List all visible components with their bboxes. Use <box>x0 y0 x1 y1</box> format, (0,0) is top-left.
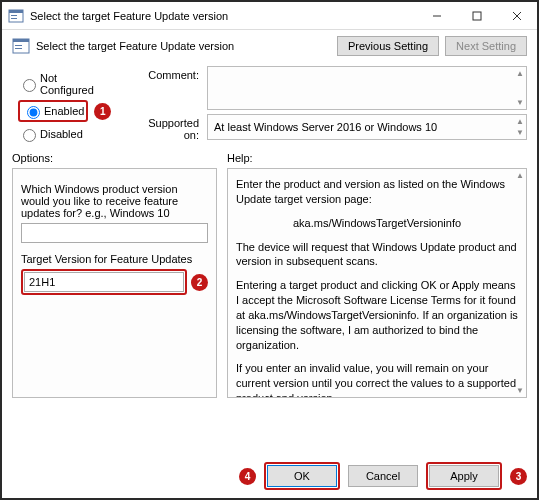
svg-rect-9 <box>13 39 29 42</box>
highlight-3: Apply <box>426 462 502 490</box>
help-text: Enter the product and version as listed … <box>236 177 518 207</box>
chevron-down-icon[interactable]: ▼ <box>516 128 524 137</box>
help-panel: Enter the product and version as listed … <box>227 168 527 398</box>
help-text: Entering a target product and clicking O… <box>236 278 518 352</box>
highlight-4: OK <box>264 462 340 490</box>
highlight-2 <box>21 269 187 295</box>
window-title: Select the target Feature Update version <box>30 10 417 22</box>
header: Select the target Feature Update version… <box>2 30 537 62</box>
columns: Options: Which Windows product version w… <box>2 152 537 398</box>
product-version-input[interactable] <box>21 223 208 243</box>
chevron-up-icon[interactable]: ▲ <box>516 117 524 126</box>
cancel-button[interactable]: Cancel <box>348 465 418 487</box>
apply-button[interactable]: Apply <box>429 465 499 487</box>
nav-buttons: Previous Setting Next Setting <box>337 36 527 56</box>
annotation-badge-1: 1 <box>94 103 111 120</box>
previous-setting-button[interactable]: Previous Setting <box>337 36 439 56</box>
next-setting-button[interactable]: Next Setting <box>445 36 527 56</box>
options-panel: Which Windows product version would you … <box>12 168 217 398</box>
chevron-up-icon[interactable]: ▲ <box>516 69 524 78</box>
radio-not-configured[interactable]: Not Configured <box>18 72 112 96</box>
state-radios: Not Configured Enabled 1 Disabled <box>2 62 112 152</box>
annotation-badge-3: 3 <box>510 468 527 485</box>
svg-rect-2 <box>11 15 17 16</box>
comment-textarea[interactable]: ▲ ▼ <box>207 66 527 110</box>
options-column: Options: Which Windows product version w… <box>12 152 217 398</box>
ok-button[interactable]: OK <box>267 465 337 487</box>
svg-rect-3 <box>11 18 17 19</box>
options-label: Options: <box>12 152 217 164</box>
help-text: If you enter an invalid value, you will … <box>236 361 518 398</box>
annotation-badge-4: 4 <box>239 468 256 485</box>
supported-value: At least Windows Server 2016 or Windows … <box>214 121 437 133</box>
dialog-window: Select the target Feature Update version… <box>0 0 539 500</box>
svg-rect-10 <box>15 45 22 46</box>
dialog-buttons: 4 OK Cancel Apply 3 <box>239 462 527 490</box>
annotation-badge-2: 2 <box>191 274 208 291</box>
supported-label: Supported on: <box>132 114 207 141</box>
radio-label: Disabled <box>40 128 83 140</box>
svg-rect-11 <box>15 48 22 49</box>
comment-label: Comment: <box>132 66 207 110</box>
option-question-2: Target Version for Feature Updates <box>21 253 208 265</box>
radio-label: Enabled <box>44 105 84 117</box>
supported-box: At least Windows Server 2016 or Windows … <box>207 114 527 140</box>
help-label: Help: <box>227 152 527 164</box>
minimize-button[interactable] <box>417 2 457 30</box>
header-title: Select the target Feature Update version <box>36 40 337 52</box>
help-text: The device will request that Windows Upd… <box>236 240 518 270</box>
titlebar: Select the target Feature Update version <box>2 2 537 30</box>
help-link: aka.ms/WindowsTargetVersioninfo <box>236 216 518 231</box>
target-version-input[interactable] <box>24 272 184 292</box>
radio-disabled[interactable]: Disabled <box>18 126 112 142</box>
highlight-1: Enabled <box>18 100 88 122</box>
radio-enabled[interactable]: Enabled <box>22 103 84 119</box>
chevron-down-icon[interactable]: ▼ <box>516 98 524 107</box>
chevron-up-icon[interactable]: ▲ <box>516 171 524 180</box>
option-question-1: Which Windows product version would you … <box>21 183 208 219</box>
chevron-down-icon[interactable]: ▼ <box>516 386 524 395</box>
maximize-button[interactable] <box>457 2 497 30</box>
help-column: Help: Enter the product and version as l… <box>227 152 527 398</box>
close-button[interactable] <box>497 2 537 30</box>
svg-rect-1 <box>9 10 23 13</box>
svg-rect-5 <box>473 12 481 20</box>
policy-icon <box>12 37 30 55</box>
meta-fields: Comment: ▲ ▼ Supported on: At least Wind… <box>132 66 537 141</box>
radio-label: Not Configured <box>40 72 112 96</box>
policy-icon <box>8 8 24 24</box>
